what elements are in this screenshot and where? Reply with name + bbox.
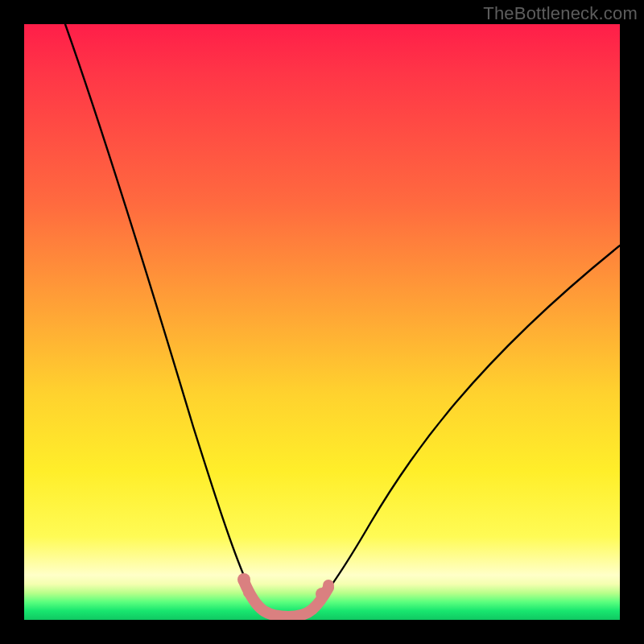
valley-marker-dot — [323, 580, 334, 591]
chart-frame: TheBottleneck.com — [0, 0, 644, 644]
watermark-text: TheBottleneck.com — [483, 3, 638, 24]
valley-marker-dot — [237, 573, 250, 586]
valley-marker-dot — [243, 587, 254, 598]
valley-highlight — [244, 581, 328, 617]
plot-area — [24, 24, 620, 620]
curve-layer — [24, 24, 620, 620]
bottleneck-curve — [65, 24, 620, 616]
